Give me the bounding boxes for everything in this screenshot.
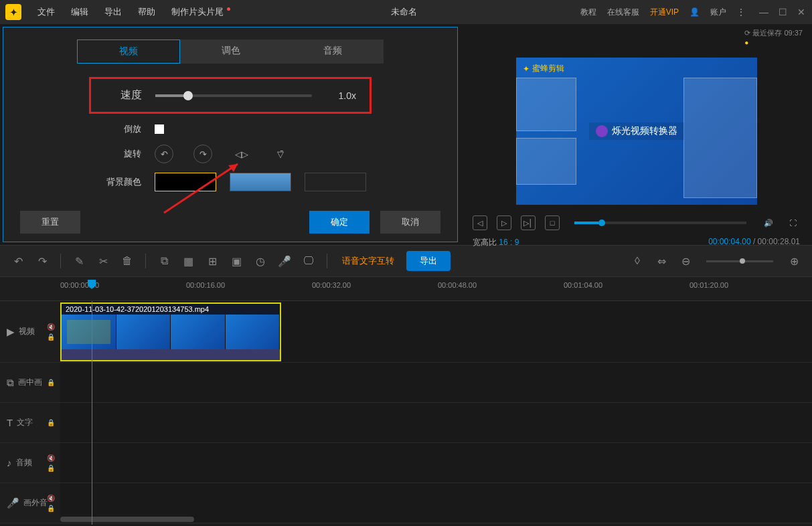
cancel-button[interactable]: 取消	[380, 211, 440, 234]
track-content-pip[interactable]	[60, 363, 812, 402]
clip-settings-panel: 视频 调色 音频 速度 1.0x 倒放 旋转 ↶ ↷ ◁▷ ▽̄	[3, 27, 458, 242]
reverse-checkbox[interactable]	[155, 124, 164, 134]
mosaic-icon[interactable]: ▦	[179, 252, 197, 270]
lock-icon[interactable]: 🔒	[47, 419, 55, 426]
prev-frame-button[interactable]: ◁	[473, 215, 487, 230]
app-icon-small	[596, 125, 608, 137]
audio-track-icon: ♪	[7, 457, 12, 468]
redo-icon[interactable]: ↷	[33, 252, 51, 270]
ruler-mark: 00:01:04.00	[564, 281, 602, 289]
menu-help[interactable]: 帮助	[130, 6, 163, 18]
preview-viewport[interactable]: ✦ 蜜蜂剪辑 烁光视频转换器	[516, 58, 757, 205]
bgcolor-label: 背景颜色	[104, 176, 141, 188]
maximize-button[interactable]: ☐	[777, 7, 788, 17]
minimize-button[interactable]: —	[758, 7, 769, 17]
close-button[interactable]: ✕	[796, 7, 807, 17]
crop-icon[interactable]: ⧉	[155, 252, 173, 270]
rotate-label: 旋转	[104, 148, 141, 160]
track-label: 画外音	[23, 497, 48, 509]
speed-label: 速度	[104, 88, 142, 102]
speed-slider[interactable]	[155, 94, 312, 97]
screen-icon[interactable]: 🖵	[300, 252, 317, 270]
speed-slider-thumb[interactable]	[183, 91, 193, 100]
preview-center-label: 烁光视频转换器	[589, 122, 684, 140]
mute-icon[interactable]: 🔇	[47, 495, 55, 502]
freeze-icon[interactable]: ▣	[228, 252, 245, 270]
video-track-icon: ▶	[7, 326, 15, 338]
time-ruler[interactable]: 00:00:00.00 00:00:16.00 00:00:32.00 00:0…	[0, 277, 812, 301]
preview-progress[interactable]	[574, 222, 746, 224]
lock-icon[interactable]: 🔒	[47, 464, 55, 472]
split-icon[interactable]: ⊞	[204, 252, 221, 270]
horizontal-scrollbar[interactable]	[60, 517, 194, 522]
menu-make-titles[interactable]: 制作片头片尾	[163, 6, 232, 18]
bg-option-black[interactable]	[155, 173, 216, 191]
next-frame-button[interactable]: ▷│	[521, 215, 536, 230]
ruler-mark: 00:00:32.00	[312, 281, 351, 289]
cut-icon[interactable]: ✂	[94, 252, 112, 270]
titlebar: ✦ 文件 编辑 导出 帮助 制作片头片尾 未命名 教程 在线客服 开通VIP 👤…	[0, 0, 812, 24]
track-pip: ⧉ 画中画 🔒	[0, 363, 812, 403]
play-button[interactable]: ▷	[497, 215, 511, 230]
fit-icon[interactable]: ⇔	[653, 252, 670, 270]
rotate-cw-icon[interactable]: ↷	[193, 145, 212, 163]
zoom-in-icon[interactable]: ⊕	[785, 252, 803, 270]
tab-color[interactable]: 调色	[180, 39, 282, 64]
text-track-icon: T	[7, 417, 13, 428]
zoom-out-icon[interactable]: ⊖	[677, 252, 694, 270]
undo-icon[interactable]: ↶	[9, 252, 27, 270]
delete-icon[interactable]: 🗑	[118, 252, 136, 270]
link-account[interactable]: 账户	[706, 7, 730, 18]
bg-option-custom[interactable]	[305, 173, 366, 191]
flip-vertical-icon[interactable]: ▽̄	[271, 145, 290, 163]
tab-video[interactable]: 视频	[77, 39, 180, 64]
lock-icon[interactable]: 🔒	[47, 333, 55, 341]
link-support[interactable]: 在线客服	[603, 7, 643, 18]
marker-icon[interactable]: ◊	[629, 252, 646, 270]
preview-panel: ⟳ 最近保存 09:37● ✦ 蜜蜂剪辑 烁光视频转换器 ◁ ▷ ▷│ □ 🔊 …	[461, 24, 812, 245]
fullscreen-icon[interactable]: ⛶	[785, 215, 800, 230]
stop-button[interactable]: □	[545, 215, 560, 230]
volume-icon[interactable]: 🔊	[761, 215, 776, 230]
track-label: 音频	[16, 457, 32, 468]
track-audio: ♪ 音频 🔇🔒	[0, 443, 812, 483]
track-content-audio[interactable]	[60, 443, 812, 483]
edit-icon[interactable]: ✎	[70, 252, 88, 270]
tab-audio[interactable]: 音频	[282, 39, 384, 64]
menu-export[interactable]: 导出	[96, 6, 130, 18]
reverse-label: 倒放	[104, 123, 141, 135]
ruler-mark: 00:00:16.00	[186, 281, 225, 289]
mic-icon[interactable]: 🎤	[276, 252, 293, 270]
link-tutorial[interactable]: 教程	[576, 7, 600, 18]
aspect-label: 宽高比	[473, 238, 497, 247]
mute-icon[interactable]: 🔇	[47, 323, 55, 331]
playhead-line[interactable]	[92, 301, 92, 525]
duration-icon[interactable]: ◷	[252, 252, 269, 270]
track-label: 文字	[17, 417, 33, 428]
link-vip[interactable]: 开通VIP	[646, 7, 683, 18]
mute-icon[interactable]: 🔇	[47, 454, 55, 462]
lock-icon[interactable]: 🔒	[47, 505, 55, 512]
ok-button[interactable]: 确定	[309, 211, 370, 234]
export-button[interactable]: 导出	[406, 251, 451, 271]
voice-text-button[interactable]: 语音文字互转	[337, 252, 400, 270]
menu-file[interactable]: 文件	[29, 6, 63, 18]
track-video: ▶ 视频 🔇🔒 2020-11-03-10-42-372020120313475…	[0, 301, 812, 363]
aspect-value[interactable]: 16 : 9	[499, 238, 519, 247]
account-icon[interactable]: 👤	[685, 7, 704, 17]
last-save-info: ⟳ 最近保存 09:37●	[744, 28, 803, 46]
app-logo: ✦	[5, 4, 21, 20]
zoom-slider[interactable]	[706, 260, 773, 262]
menu-edit[interactable]: 编辑	[63, 6, 96, 18]
speed-value: 1.0x	[339, 90, 356, 101]
rotate-ccw-icon[interactable]: ↶	[155, 145, 173, 163]
flip-horizontal-icon[interactable]: ◁▷	[232, 145, 251, 163]
time-current: 00:00:04.00	[708, 237, 750, 246]
reset-button[interactable]: 重置	[20, 211, 80, 234]
video-clip[interactable]: 2020-11-03-10-42-3720201203134753.mp4	[60, 302, 281, 361]
track-content-text[interactable]	[60, 403, 812, 442]
more-icon[interactable]: ⋮	[733, 7, 749, 17]
bg-option-image[interactable]	[230, 173, 291, 191]
lock-icon[interactable]: 🔒	[47, 379, 55, 386]
svg-marker-1	[228, 164, 238, 172]
